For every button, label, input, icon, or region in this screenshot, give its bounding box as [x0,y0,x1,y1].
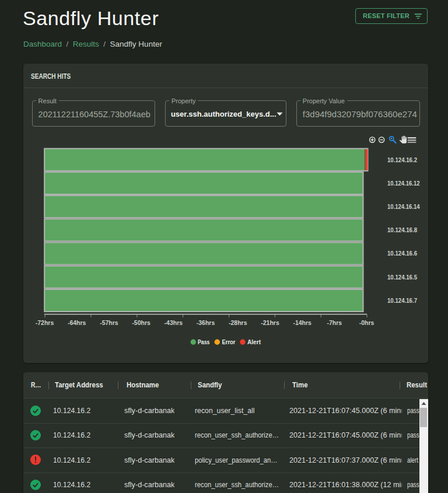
svg-text:10.124.16.6: 10.124.16.6 [387,250,417,257]
svg-text:-7hrs: -7hrs [327,319,342,326]
svg-text:-72hrs: -72hrs [36,319,54,326]
svg-text:Alert: Alert [247,338,261,345]
svg-text:10.124.16.7: 10.124.16.7 [387,298,417,304]
svg-text:10.124.16.14: 10.124.16.14 [387,204,420,210]
svg-text:Error: Error [222,338,236,345]
svg-text:10.124.16.5: 10.124.16.5 [387,274,417,281]
svg-text:-28hrs: -28hrs [229,319,247,326]
svg-text:10.124.16.8: 10.124.16.8 [387,227,417,233]
svg-text:-21hrs: -21hrs [261,319,279,326]
svg-text:-0hrs: -0hrs [359,319,374,326]
svg-text:10.124.16.2: 10.124.16.2 [387,157,417,163]
svg-text:-57hrs: -57hrs [100,319,118,326]
svg-text:10.124.16.12: 10.124.16.12 [387,180,420,187]
svg-text:-43hrs: -43hrs [164,319,183,326]
svg-text:-64hrs: -64hrs [68,319,86,326]
svg-text:Pass: Pass [198,338,210,345]
svg-text:-36hrs: -36hrs [197,319,215,326]
svg-text:-50hrs: -50hrs [132,319,150,326]
svg-text:-14hrs: -14hrs [293,319,312,326]
